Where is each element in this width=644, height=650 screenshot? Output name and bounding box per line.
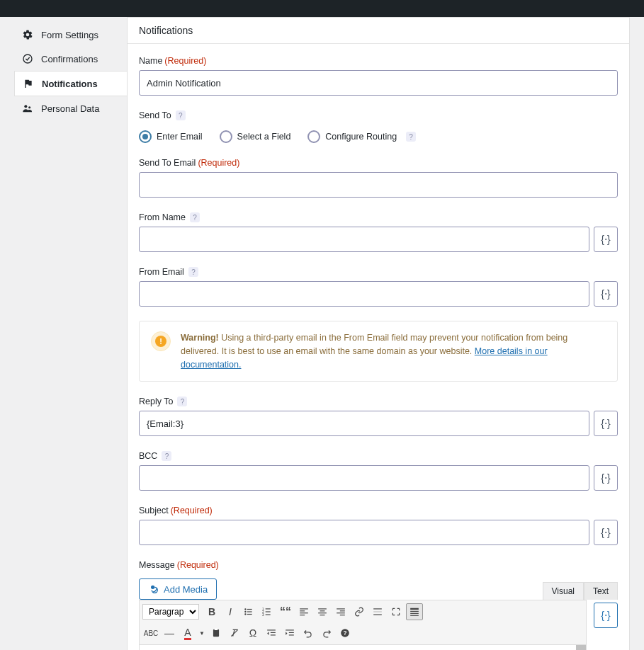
merge-tag-button[interactable]: {⋅} xyxy=(594,227,618,252)
indent-button[interactable] xyxy=(281,625,298,642)
send-to-label: Send To? xyxy=(139,110,186,120)
sidebar-item-notifications[interactable]: Notifications xyxy=(14,71,128,96)
gear-icon xyxy=(21,28,34,41)
align-left-button[interactable] xyxy=(295,603,312,620)
svg-rect-16 xyxy=(300,609,308,610)
sidebar-item-form-settings[interactable]: Form Settings xyxy=(14,23,128,47)
svg-rect-26 xyxy=(337,612,345,613)
sidebar-item-label: Notifications xyxy=(42,79,98,89)
italic-button[interactable]: I xyxy=(222,603,239,620)
tab-visual[interactable]: Visual xyxy=(543,582,584,600)
from-name-input[interactable] xyxy=(139,227,589,252)
name-input[interactable] xyxy=(139,70,618,96)
merge-tag-button[interactable]: {⋅} xyxy=(594,520,618,545)
message-label: Message(Required) xyxy=(139,560,219,570)
help-icon[interactable]: ? xyxy=(188,267,198,277)
bold-button[interactable]: B xyxy=(203,603,220,620)
align-center-button[interactable] xyxy=(314,603,331,620)
help-icon[interactable]: ? xyxy=(162,451,171,461)
flag-icon xyxy=(22,77,35,90)
link-button[interactable] xyxy=(351,603,368,620)
name-label: Name(Required) xyxy=(139,56,206,66)
merge-tag-button[interactable]: {⋅} xyxy=(594,411,618,436)
numbered-list-button[interactable]: 123 xyxy=(259,603,276,620)
merge-tag-button[interactable]: {⋅} xyxy=(594,603,618,628)
svg-rect-25 xyxy=(340,611,345,612)
svg-rect-28 xyxy=(373,609,382,610)
svg-rect-34 xyxy=(410,615,419,616)
paste-text-button[interactable] xyxy=(208,625,225,642)
outdent-button[interactable] xyxy=(263,625,280,642)
text-color-button[interactable]: A xyxy=(179,625,196,642)
svg-rect-19 xyxy=(300,615,305,615)
svg-rect-21 xyxy=(320,611,325,612)
help-icon[interactable]: ? xyxy=(406,132,416,142)
help-icon[interactable]: ? xyxy=(190,212,200,222)
redo-button[interactable] xyxy=(318,625,335,642)
subject-input[interactable] xyxy=(139,520,589,545)
help-icon[interactable]: ? xyxy=(177,397,187,406)
svg-rect-11 xyxy=(266,609,271,610)
svg-text:3: 3 xyxy=(262,613,264,617)
hr-button[interactable]: — xyxy=(161,625,178,642)
help-button[interactable]: ? xyxy=(337,625,354,642)
special-char-button[interactable]: Ω xyxy=(244,625,261,642)
radio-configure-routing[interactable]: Configure Routing ? xyxy=(307,130,416,143)
undo-button[interactable] xyxy=(300,625,317,642)
toolbar-toggle-button[interactable] xyxy=(406,603,423,620)
align-right-button[interactable] xyxy=(332,603,349,620)
merge-tag-button[interactable]: {⋅} xyxy=(594,465,618,491)
bcc-label: BCC? xyxy=(139,451,171,461)
reply-to-input[interactable] xyxy=(139,411,589,436)
svg-point-2 xyxy=(28,106,30,108)
svg-rect-42 xyxy=(289,635,294,636)
svg-rect-18 xyxy=(300,612,308,613)
svg-rect-23 xyxy=(320,615,325,615)
svg-rect-33 xyxy=(410,613,419,614)
send-to-email-input[interactable] xyxy=(139,172,618,198)
merge-tag-button[interactable]: {⋅} xyxy=(594,281,618,307)
tab-text[interactable]: Text xyxy=(584,582,618,600)
from-email-input[interactable] xyxy=(139,281,589,307)
add-media-button[interactable]: Add Media xyxy=(139,578,217,600)
text-color-dropdown[interactable]: ▼ xyxy=(198,625,206,642)
svg-rect-15 xyxy=(266,615,271,615)
radio-icon xyxy=(220,130,232,143)
svg-rect-27 xyxy=(340,615,345,615)
radio-enter-email[interactable]: Enter Email xyxy=(139,130,203,143)
clear-formatting-button[interactable] xyxy=(226,625,243,642)
editor-toolbar: Paragraph B I 123 ““ xyxy=(140,600,586,645)
bullet-list-button[interactable] xyxy=(240,603,257,620)
check-circle-icon xyxy=(21,52,34,65)
message-editor[interactable]: {all_fields} -- Submitted from ip: {ip} … xyxy=(140,645,586,650)
sidebar-item-confirmations[interactable]: Confirmations xyxy=(14,47,128,71)
warning-icon: ! xyxy=(151,331,171,351)
warning-box: ! Warning! Using a third-party email in … xyxy=(139,321,618,382)
svg-rect-7 xyxy=(247,612,252,612)
scrollbar[interactable]: ▼ xyxy=(576,645,586,650)
help-icon[interactable]: ? xyxy=(176,110,186,120)
sidebar-item-label: Form Settings xyxy=(41,30,98,40)
svg-rect-32 xyxy=(410,611,419,612)
svg-text:?: ? xyxy=(344,630,347,637)
svg-rect-37 xyxy=(267,630,276,631)
svg-rect-9 xyxy=(247,614,252,615)
from-name-label: From Name? xyxy=(139,212,200,222)
radio-icon xyxy=(139,130,152,143)
read-more-button[interactable] xyxy=(369,603,386,620)
svg-rect-17 xyxy=(300,611,305,612)
strikethrough-button[interactable]: ABC xyxy=(142,625,159,642)
quote-button[interactable]: ““ xyxy=(277,603,294,620)
svg-rect-40 xyxy=(286,630,294,631)
svg-rect-41 xyxy=(289,632,294,633)
send-to-email-label: Send To Email(Required) xyxy=(139,158,239,168)
svg-rect-5 xyxy=(247,609,252,610)
fullscreen-button[interactable] xyxy=(388,603,405,620)
svg-rect-29 xyxy=(373,612,382,612)
bcc-input[interactable] xyxy=(139,465,589,491)
radio-select-field[interactable]: Select a Field xyxy=(220,130,291,143)
svg-rect-39 xyxy=(271,635,276,636)
paragraph-select[interactable]: Paragraph xyxy=(142,604,199,620)
sidebar-item-personal-data[interactable]: Personal Data xyxy=(14,96,128,120)
radio-icon xyxy=(307,130,320,143)
